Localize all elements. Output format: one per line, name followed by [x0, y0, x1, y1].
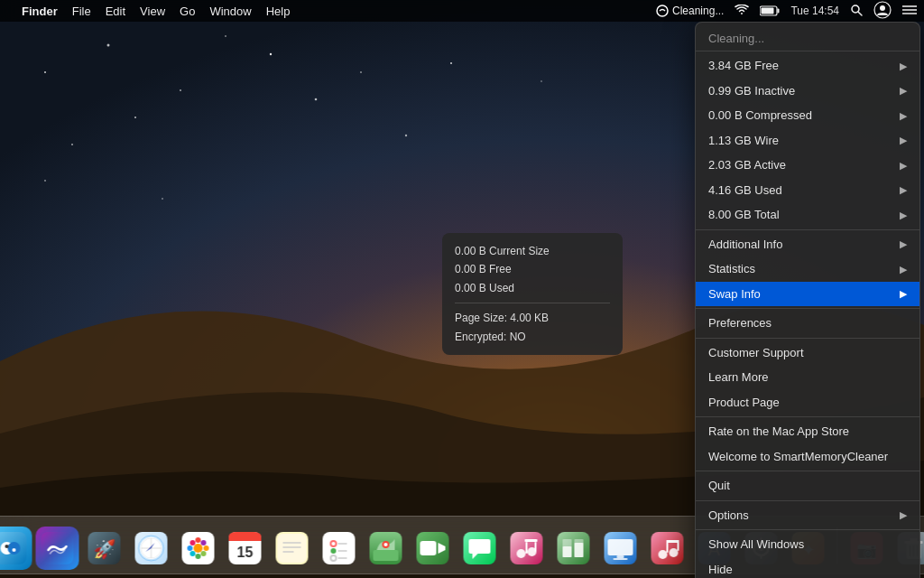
svg-point-77	[517, 549, 526, 558]
dropdown-menu: Cleaning... 3.84 GB Free ▶ 0.99 GB Inact…	[695, 22, 920, 578]
search-icon[interactable]	[850, 4, 863, 19]
menu-section-quit: Quit	[696, 471, 919, 500]
menu-item-welcome[interactable]: Welcome to SmartMemoryCleaner	[696, 444, 919, 470]
menu-item-options[interactable]: Options ▶	[696, 503, 919, 528]
svg-point-10	[450, 62, 452, 64]
dock-item-numbers[interactable]	[552, 527, 596, 570]
menubar: Finder File Edit View Go Window Help Cle…	[0, 0, 924, 22]
dock-item-messages[interactable]	[458, 527, 502, 570]
swap-free: 0.00 B Free	[455, 260, 610, 278]
user-icon[interactable]	[873, 1, 892, 22]
menubar-edit[interactable]: Edit	[106, 5, 125, 18]
svg-rect-82	[558, 532, 590, 564]
menu-section-header: Cleaning...	[696, 26, 919, 51]
menu-item-quit[interactable]: Quit	[696, 473, 919, 499]
menu-item-rate[interactable]: Rate on the Mac App Store	[696, 419, 919, 444]
svg-rect-89	[617, 555, 624, 558]
menu-item-free-mem[interactable]: 3.84 GB Free ▶	[696, 53, 919, 79]
menu-section-store: Rate on the Mac App Store Welcome to Sma…	[696, 416, 919, 471]
arrow-icon: ▶	[900, 59, 907, 74]
svg-point-1	[44, 71, 46, 73]
battery-icon[interactable]	[760, 5, 780, 16]
dock-item-siri[interactable]	[36, 527, 79, 570]
swap-tooltip: 0.00 B Current Size 0.00 B Free 0.00 B U…	[442, 233, 623, 355]
menu-section-prefs: Preferences	[696, 308, 919, 338]
menu-item-swap-info[interactable]: Swap Info ▶	[696, 282, 919, 307]
svg-text:🚀: 🚀	[93, 538, 116, 560]
svg-point-22	[880, 5, 885, 11]
svg-rect-18	[762, 8, 774, 14]
svg-point-48	[190, 540, 196, 545]
dock-item-music[interactable]	[646, 527, 689, 570]
svg-rect-79	[525, 539, 538, 542]
menu-section-windows: Show All Windows Hide Quit	[696, 529, 919, 578]
svg-point-8	[71, 144, 73, 145]
svg-point-3	[180, 89, 181, 91]
menu-item-inactive[interactable]: 0.99 GB Inactive ▶	[696, 79, 919, 104]
menu-item-total[interactable]: 8.00 GB Total ▶	[696, 202, 919, 228]
menubar-right: Cleaning... Tue 14:54	[656, 1, 917, 22]
arrow-icon: ▶	[900, 83, 907, 98]
svg-point-11	[541, 80, 542, 82]
menu-item-statistics[interactable]: Statistics ▶	[696, 256, 919, 282]
svg-point-7	[225, 35, 226, 37]
svg-point-44	[196, 537, 201, 543]
dock-item-facetime[interactable]	[411, 527, 455, 570]
svg-point-14	[405, 135, 407, 136]
swap-encrypted: Encrypted: NO	[455, 328, 610, 346]
svg-point-50	[190, 551, 196, 556]
menubar-finder[interactable]: Finder	[22, 5, 58, 18]
arrow-icon: ▶	[900, 508, 907, 523]
svg-point-46	[188, 545, 193, 551]
dock-item-calendar[interactable]: 15	[224, 527, 267, 570]
menu-section-support: Customer Support Learn More Product Page	[696, 338, 919, 417]
menu-item-hide[interactable]: Hide	[696, 557, 919, 579]
dock-item-notes[interactable]	[271, 527, 314, 570]
menubar-go[interactable]: Go	[180, 5, 195, 18]
svg-rect-61	[323, 532, 356, 564]
svg-rect-80	[526, 542, 528, 554]
swap-current-size: 0.00 B Current Size	[455, 242, 610, 260]
svg-point-51	[201, 551, 207, 556]
menu-item-learn-more[interactable]: Learn More	[696, 365, 919, 390]
arrow-icon: ▶	[900, 286, 907, 302]
menubar-window[interactable]: Window	[209, 5, 251, 18]
svg-point-12	[44, 180, 46, 182]
svg-rect-84	[563, 546, 572, 557]
swap-page-size: Page Size: 4.00 KB	[455, 309, 610, 327]
svg-point-92	[659, 550, 668, 559]
dock-item-photos[interactable]	[177, 527, 220, 570]
dock-item-safari[interactable]	[130, 527, 173, 570]
menubar-time[interactable]: Tue 14:54	[790, 5, 839, 17]
menubar-view[interactable]: View	[140, 5, 165, 18]
dock-item-keynote[interactable]	[599, 527, 642, 570]
svg-point-6	[134, 117, 136, 118]
dock-item-maps[interactable]	[365, 527, 408, 570]
menu-item-product-page[interactable]: Product Page	[696, 390, 919, 415]
svg-point-45	[196, 554, 201, 559]
dock-item-reminders[interactable]	[318, 527, 361, 570]
wifi-icon[interactable]	[735, 5, 749, 18]
svg-point-5	[360, 71, 362, 73]
menubar-file[interactable]: File	[72, 5, 91, 18]
swap-divider	[455, 303, 610, 303]
dock-item-finder[interactable]	[0, 527, 32, 570]
menu-item-wire[interactable]: 1.13 GB Wire ▶	[696, 128, 919, 154]
dock-item-itunes[interactable]	[505, 527, 549, 570]
svg-rect-88	[608, 539, 633, 555]
menu-item-used[interactable]: 4.16 GB Used ▶	[696, 178, 919, 203]
menu-item-customer-support[interactable]: Customer Support	[696, 340, 919, 366]
menu-header-label: Cleaning...	[696, 28, 919, 49]
svg-point-4	[270, 53, 272, 55]
menubar-status-app[interactable]: Cleaning...	[656, 5, 724, 17]
menu-section-options: Options ▶	[696, 500, 919, 530]
menu-item-active[interactable]: 2.03 GB Active ▶	[696, 153, 919, 178]
menubar-help[interactable]: Help	[266, 5, 291, 18]
dock-item-launchpad[interactable]: 🚀	[83, 527, 126, 570]
controlcenter-icon[interactable]	[902, 5, 917, 18]
menu-item-preferences[interactable]: Preferences	[696, 311, 919, 336]
menu-item-show-windows[interactable]: Show All Windows	[696, 532, 919, 557]
menu-item-additional-info[interactable]: Additional Info ▶	[696, 232, 919, 257]
menu-item-compressed[interactable]: 0.00 B Compressed ▶	[696, 103, 919, 128]
svg-point-49	[201, 540, 207, 545]
